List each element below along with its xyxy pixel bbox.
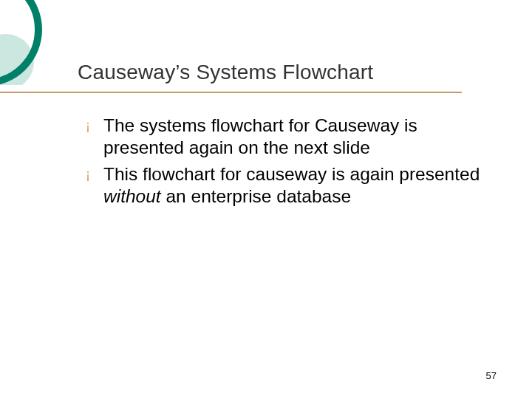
bullet-text-pre: This flowchart for causeway is again pre…: [103, 164, 480, 184]
slide: Causeway’s Systems Flowchart ¡ The syste…: [0, 0, 532, 399]
slide-title: Causeway’s Systems Flowchart: [78, 61, 488, 84]
svg-point-0: [0, 34, 34, 85]
bullet-item: ¡ This flowchart for causeway is again p…: [86, 163, 480, 208]
page-number: 57: [486, 370, 497, 381]
bullet-text: The systems flowchart for Causeway is pr…: [103, 115, 480, 159]
bullet-text: This flowchart for causeway is again pre…: [103, 163, 480, 208]
bullet-text-em: without: [103, 186, 161, 206]
title-row: Causeway’s Systems Flowchart: [78, 61, 488, 84]
bullet-text-post: an enterprise database: [161, 186, 351, 206]
bullet-icon: ¡: [86, 115, 103, 137]
title-underline: [0, 92, 462, 93]
corner-graphic: [0, 0, 59, 85]
bullet-text-pre: The systems flowchart for Causeway is pr…: [103, 115, 417, 157]
bullet-item: ¡ The systems flowchart for Causeway is …: [86, 115, 480, 159]
svg-point-1: [0, 0, 38, 83]
bullet-icon: ¡: [86, 163, 103, 185]
content: ¡ The systems flowchart for Causeway is …: [86, 115, 480, 212]
